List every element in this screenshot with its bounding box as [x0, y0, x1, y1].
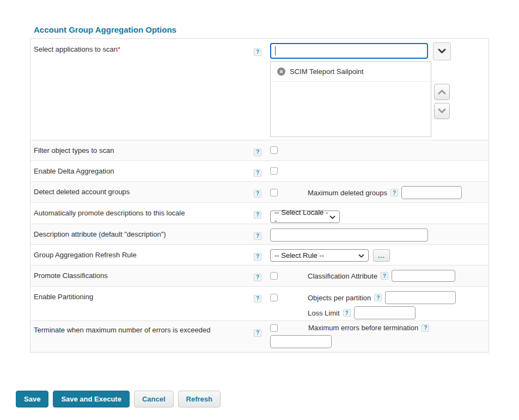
rule-browse-button[interactable]: ...	[373, 249, 390, 262]
maximum-errors-input[interactable]	[270, 335, 332, 348]
chevron-down-icon	[438, 107, 446, 115]
help-icon[interactable]: ?	[390, 189, 398, 196]
required-marker: *	[118, 45, 120, 53]
applications-dropdown-button[interactable]	[433, 42, 451, 60]
cancel-button[interactable]: Cancel	[134, 391, 174, 407]
remove-icon[interactable]: ✕	[277, 67, 285, 76]
page-title: Account Group Aggregation Options	[34, 25, 176, 34]
chevron-down-icon	[358, 251, 364, 260]
row-label: Enable Partitioning	[30, 287, 251, 320]
chevron-down-icon	[329, 213, 335, 221]
row-enable-delta-aggregation: Enable Delta Aggregation ?	[30, 161, 489, 182]
row-filter-object-types: Filter object types to scan ?	[30, 140, 489, 161]
sub-label: Maximum deleted groups	[308, 189, 387, 197]
row-select-applications: Select applications to scan* ?	[30, 39, 489, 140]
refresh-button[interactable]: Refresh	[178, 391, 221, 407]
sub-label: Loss Limit	[308, 309, 340, 317]
filter-object-types-checkbox[interactable]	[270, 146, 278, 154]
action-button-bar: Save Save and Execute Cancel Refresh	[16, 391, 221, 407]
list-item[interactable]: ✕ SCIM Teleport Sailpoint	[271, 62, 431, 82]
row-refresh-rule: Group Aggregation Refresh Rule ? -- Sele…	[30, 245, 489, 265]
help-icon[interactable]: ?	[254, 211, 261, 219]
applications-combo-input[interactable]	[270, 43, 428, 59]
help-icon[interactable]: ?	[381, 272, 388, 280]
promote-classifications-checkbox[interactable]	[270, 272, 278, 280]
row-label: Terminate when maximum number of errors …	[30, 321, 251, 352]
maximum-deleted-groups-input[interactable]	[401, 186, 462, 199]
move-down-button[interactable]	[434, 103, 450, 119]
chevron-up-icon	[438, 88, 446, 96]
sub-label: Objects per partition	[308, 294, 371, 302]
help-icon[interactable]: ?	[254, 329, 261, 337]
move-up-button[interactable]	[434, 84, 450, 100]
classification-attribute-input[interactable]	[392, 270, 455, 282]
selected-application-label: SCIM Teleport Sailpoint	[290, 67, 364, 76]
help-icon[interactable]: ?	[422, 324, 429, 332]
enable-partitioning-checkbox[interactable]	[270, 294, 278, 301]
help-icon[interactable]: ?	[254, 48, 261, 56]
save-button[interactable]: Save	[16, 391, 48, 407]
account-group-aggregation-page: Account Group Aggregation Options Select…	[0, 0, 519, 420]
refresh-rule-select[interactable]: -- Select Rule --	[270, 249, 369, 262]
row-terminate-max-errors: Terminate when maximum number of errors …	[30, 321, 489, 352]
row-label: Enable Delta Aggregation	[30, 161, 251, 181]
help-icon[interactable]: ?	[254, 253, 261, 261]
locale-select[interactable]: -- Select Locale --	[270, 211, 340, 223]
row-label: Detect deleted account groups	[30, 182, 251, 202]
aggregation-options-table: Select applications to scan* ?	[30, 38, 489, 353]
help-icon[interactable]: ?	[343, 309, 351, 317]
row-label: Filter object types to scan	[30, 140, 251, 160]
help-icon[interactable]: ?	[254, 169, 261, 177]
text-caret	[275, 46, 276, 55]
sub-label: Maximum errors before termination	[308, 324, 418, 332]
help-icon[interactable]: ?	[254, 232, 261, 240]
help-icon[interactable]: ?	[254, 295, 261, 302]
loss-limit-input[interactable]	[354, 306, 416, 319]
chevron-down-icon	[438, 47, 446, 55]
description-attribute-input[interactable]	[270, 228, 428, 242]
help-icon[interactable]: ?	[254, 274, 261, 281]
selected-applications-list: ✕ SCIM Teleport Sailpoint	[270, 61, 431, 137]
objects-per-partition-input[interactable]	[385, 291, 456, 304]
row-enable-partitioning: Enable Partitioning ? Objects per partit…	[30, 287, 489, 321]
row-detect-deleted-groups: Detect deleted account groups ? Maximum …	[30, 182, 489, 203]
terminate-max-errors-checkbox[interactable]	[270, 324, 278, 332]
locale-select-value: -- Select Locale --	[274, 208, 329, 225]
row-label: Group Aggregation Refresh Rule	[30, 245, 251, 265]
row-label: Promote Classifications	[30, 265, 251, 286]
row-label: Description attribute (default "descript…	[30, 224, 251, 244]
help-icon[interactable]: ?	[374, 294, 382, 301]
help-icon[interactable]: ?	[254, 149, 261, 156]
row-label: Automatically promote descriptions to th…	[30, 203, 251, 224]
row-promote-descriptions-locale: Automatically promote descriptions to th…	[30, 203, 489, 224]
refresh-rule-select-value: -- Select Rule --	[274, 251, 324, 260]
row-description-attribute: Description attribute (default "descript…	[30, 224, 489, 245]
enable-delta-aggregation-checkbox[interactable]	[270, 167, 278, 175]
save-and-execute-button[interactable]: Save and Execute	[53, 391, 130, 407]
detect-deleted-groups-checkbox[interactable]	[270, 189, 278, 196]
sub-label: Classification Attribute	[308, 272, 377, 280]
row-label: Select applications to scan	[34, 45, 118, 53]
row-promote-classifications: Promote Classifications ? Classification…	[30, 265, 489, 287]
help-icon[interactable]: ?	[254, 190, 261, 197]
